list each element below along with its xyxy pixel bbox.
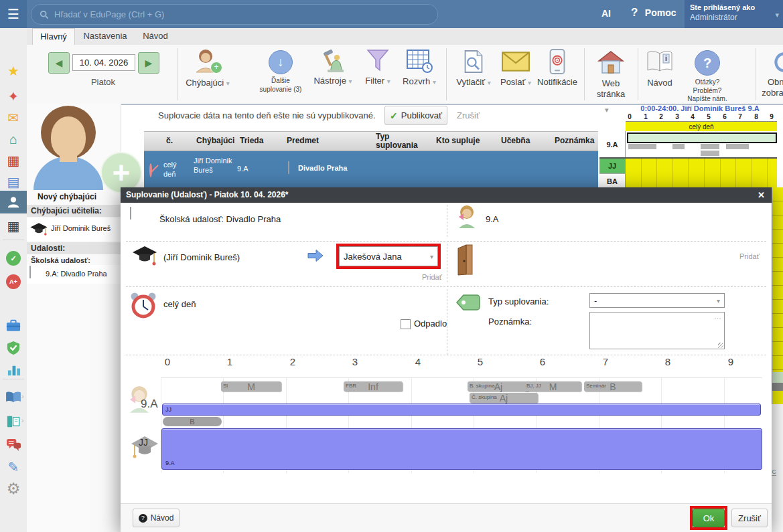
add-room-link[interactable]: Pridať: [739, 252, 760, 260]
toolbar-vytlacit-button[interactable]: Vytlačiť ▾: [450, 49, 497, 88]
submenu-arrow-icon: ›: [21, 416, 24, 424]
toolbar-filter-button[interactable]: Filter ▾: [359, 49, 397, 86]
toolbar-navod-button[interactable]: i Návod: [640, 50, 679, 88]
teacher-substitution-bar[interactable]: 9.A: [161, 428, 762, 470]
prev-day-button[interactable]: ◀: [48, 52, 70, 74]
next-day-button[interactable]: ▶: [138, 52, 159, 74]
publish-cancel-button[interactable]: Zrušiť: [457, 110, 480, 120]
bg-timeline-title: 0:00-24:00. Jiří Dominik Bureš 9.A: [620, 104, 780, 112]
sidebar-item-editor[interactable]: ✎: [0, 456, 27, 478]
modal-divider: [447, 205, 447, 237]
absent-teacher-name: Jiří Dominik Bureš: [51, 224, 119, 232]
toolbar-rozvrh-button[interactable]: Rozvrh ▾: [397, 49, 442, 87]
publish-button[interactable]: ✓ Publikovať: [384, 106, 447, 125]
type-select[interactable]: - ▾: [589, 293, 725, 308]
ok-button[interactable]: Ok: [693, 509, 725, 527]
chevron-down-icon[interactable]: ▾: [605, 106, 609, 114]
sidebar-item-messages-mail[interactable]: ✉: [0, 107, 27, 128]
svg-text:i: i: [665, 55, 667, 62]
toolbar-dalsie-suplovanie-button[interactable]: ↓ Ďalšie suplovanie (3): [256, 50, 305, 94]
add-substitute-link[interactable]: Pridať: [422, 273, 442, 281]
toolbar-web-stranka-button[interactable]: Web stránka: [587, 50, 635, 100]
modal-separator: [126, 241, 766, 242]
table-header-trieda: Trieda: [236, 131, 283, 151]
textarea-dots-icon: …: [714, 313, 721, 321]
sidebar-item-agenda[interactable]: [0, 315, 27, 336]
help-button[interactable]: ? Pomoc: [631, 6, 677, 19]
sidebar-item-library[interactable]: ›: [0, 387, 27, 408]
modal-hour-label: 1: [220, 356, 240, 367]
sidebar-item-approvals[interactable]: ✓: [0, 248, 27, 269]
resize-handle-icon[interactable]: [718, 343, 723, 348]
substitution-table-row[interactable]: celý deň Jiří Dominik Bureš 9.A Divadlo …: [144, 151, 598, 191]
down-circle-icon: ↓: [269, 50, 293, 74]
cancelled-checkbox[interactable]: [401, 319, 411, 329]
toolbar-notifikacie-button[interactable]: Notifikácie: [533, 49, 581, 88]
lesson-bar[interactable]: SlM: [221, 381, 281, 391]
class-substitution-bar[interactable]: JJ: [162, 404, 761, 416]
graduation-cap-icon: [29, 221, 48, 238]
sidebar-item-home[interactable]: ⌂: [0, 128, 27, 150]
sidebar-item-classbook[interactable]: ▤: [0, 171, 27, 193]
sidebar-item-favorites[interactable]: ★: [0, 60, 27, 82]
tab-navod[interactable]: Návod: [137, 28, 174, 44]
question-icon: ?: [139, 514, 147, 523]
sidebar-item-settings[interactable]: ⚙: [0, 478, 27, 499]
close-icon[interactable]: ✕: [758, 187, 765, 203]
modal-help-button[interactable]: ? Návod: [133, 509, 180, 527]
toolbar-obnovit-button[interactable]: Obnoviť zobrazenie: [758, 49, 783, 99]
lesson-bar[interactable]: SeminárB: [584, 381, 642, 391]
tools-icon: [321, 49, 345, 73]
sidebar-item-substitution[interactable]: [0, 191, 27, 213]
lesson-bar[interactable]: B. skupinaAj: [468, 381, 529, 391]
book-info-icon: i: [646, 50, 674, 73]
toolbar-nastroje-button[interactable]: Nástroje ▾: [308, 49, 358, 86]
menu-button[interactable]: ☰: [0, 0, 27, 28]
date-input[interactable]: 10. 04. 2026: [72, 54, 135, 71]
sidebar-item-documents[interactable]: ›: [0, 411, 27, 432]
new-absent-label[interactable]: Nový chýbajúci: [38, 192, 121, 201]
sidebar-item-security[interactable]: [0, 337, 27, 359]
type-value: -: [594, 296, 597, 306]
tab-hlavny[interactable]: Hlavný: [32, 28, 75, 46]
tab-nastavenia[interactable]: Nastavenia: [76, 28, 134, 44]
search-input[interactable]: Hľadať v EduPage (Ctrl + G): [31, 4, 438, 25]
bg-lesson-bar: [628, 144, 656, 149]
bg-event-bar[interactable]: [627, 132, 777, 143]
class-extra-bar[interactable]: B: [163, 417, 222, 426]
toolbar-poslat-button[interactable]: Poslať ▾: [496, 52, 536, 88]
chevron-down-icon: ▾: [433, 78, 436, 86]
toolbar-divider: [756, 48, 756, 100]
row-period: celý deň: [163, 160, 190, 179]
lesson-bar[interactable]: BJ, JJM: [524, 381, 581, 391]
chevron-down-icon: ▾: [387, 78, 390, 85]
absent-teacher-item[interactable]: Jiří Dominik Bureš: [27, 218, 121, 241]
substitute-teacher-select[interactable]: Jakešová Jana ▾: [339, 246, 438, 266]
event-item[interactable]: 9.A: Divadlo Praha: [27, 265, 121, 284]
user-menu[interactable]: Ste prihlásený ako Administrátor ▾: [685, 0, 783, 28]
toolbar-otazky-button[interactable]: ? Otázky? Problém? Napíšte nám.: [681, 50, 734, 104]
sidebar-item-grades[interactable]: A+: [0, 271, 27, 292]
ai-button[interactable]: AI: [601, 8, 611, 19]
lesson-bar[interactable]: FBRInf: [344, 381, 403, 391]
sidebar: ★ ✦ ✉ ⌂ ▦ ▤ ▦ ✓ A+ › ›: [0, 28, 27, 532]
chevron-down-icon: ▾: [528, 79, 531, 86]
ok-highlight-box: Ok: [690, 506, 727, 530]
print-preview-icon: [463, 49, 484, 74]
modal-cancel-button[interactable]: Zrušiť: [731, 509, 768, 527]
sidebar-item-chat[interactable]: [0, 434, 27, 455]
toolbar-divider: [177, 48, 178, 100]
toolbar-chybajuci-button[interactable]: + Chýbajúci ▾: [181, 48, 234, 88]
lesson-bar[interactable]: Č. skupinaAj: [470, 393, 538, 403]
check-icon: ✓: [390, 110, 398, 121]
note-textarea[interactable]: …: [589, 312, 725, 349]
sidebar-item-timetable[interactable]: ▦: [0, 150, 27, 171]
sidebar-item-calendar[interactable]: ▦: [0, 215, 27, 237]
modal-divider: [447, 289, 447, 355]
bar-chart-icon: [7, 363, 21, 377]
new-absent-avatar[interactable]: [30, 106, 107, 189]
avatar-neck: [60, 153, 77, 162]
sidebar-item-statistics[interactable]: [0, 359, 27, 380]
sidebar-item-wizard[interactable]: ✦: [0, 86, 27, 107]
a-plus-icon: A+: [6, 274, 21, 289]
